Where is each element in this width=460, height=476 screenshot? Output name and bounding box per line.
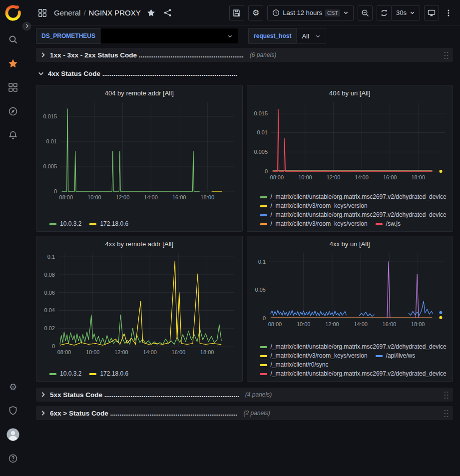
sidebar-item-alerting[interactable] <box>2 124 24 148</box>
sidebar-item-search[interactable] <box>2 28 24 52</box>
svg-text:0.005: 0.005 <box>254 149 268 155</box>
panel-title[interactable]: 4xx by uri [All] <box>251 239 449 250</box>
topbar-actions: ⚙ Last 12 hours CST 30s <box>229 5 454 20</box>
chevron-right-icon <box>40 410 46 416</box>
request-host-variable-label: request_host <box>248 28 296 44</box>
bell-icon <box>8 130 18 142</box>
legend-series-swatch <box>49 373 56 375</box>
tv-mode-button[interactable] <box>424 5 439 20</box>
legend-item[interactable]: /_matrix/client/unstable/org.matrix.msc2… <box>260 211 447 219</box>
timeseries-chart[interactable]: 08:0010:0012:0014:0016:0018:0000.050.1 <box>251 250 449 329</box>
refresh-button[interactable] <box>377 5 392 20</box>
legend-item[interactable]: /_matrix/client/v3/room_keys/version <box>260 202 368 210</box>
svg-text:18:00: 18:00 <box>200 349 214 355</box>
row-header-4xx[interactable]: 4xx Status Code ........................… <box>36 66 453 80</box>
panel-title[interactable]: 404 by remote addr [All] <box>40 88 238 99</box>
row-header-5xx[interactable]: 5xx Status Code ........................… <box>36 388 453 402</box>
svg-text:12:00: 12:00 <box>326 174 340 180</box>
breadcrumb-section[interactable]: General <box>54 8 80 17</box>
gear-icon: ⚙ <box>252 9 259 17</box>
panel-4xx-by-remote-addr: 4xx by remote addr [All] 08:0010:0012:00… <box>36 236 243 382</box>
sidebar-item-dashboards[interactable] <box>2 76 24 100</box>
zoom-out-button[interactable] <box>358 5 373 20</box>
share-button[interactable] <box>161 6 174 19</box>
panel-404-by-uri: 404 by uri [All] 08:0010:0012:0014:0016:… <box>247 85 454 232</box>
legend-series-swatch <box>260 196 267 198</box>
svg-text:14:00: 14:00 <box>143 349 157 355</box>
legend-series-label: /sw.js <box>386 220 401 228</box>
topbar: General / NGINX PROXY ⚙ Last 12 hour <box>26 0 460 26</box>
legend-item[interactable]: /_matrix/client/unstable/org.matrix.msc2… <box>260 370 447 378</box>
svg-text:10:00: 10:00 <box>86 349 100 355</box>
legend-item[interactable]: 172.18.0.6 <box>89 370 128 378</box>
row-drag-handle[interactable] <box>444 409 449 418</box>
sidebar-item-profile[interactable] <box>2 423 24 447</box>
panel-title[interactable]: 4xx by remote addr [All] <box>40 239 238 250</box>
legend-series-label: 10.0.3.2 <box>60 220 81 228</box>
save-dashboard-button[interactable] <box>229 5 244 20</box>
row-header-6xx[interactable]: 6xx > Status Code ......................… <box>36 406 453 420</box>
favorite-star-button[interactable] <box>145 6 157 19</box>
legend-item[interactable]: /_matrix/client/v3/room_keys/version <box>260 352 368 360</box>
timeseries-chart[interactable]: 08:0010:0012:0014:0016:0018:0000.0050.01… <box>40 99 238 202</box>
legend-item[interactable]: /_matrix/client/r0/sync <box>260 361 329 369</box>
chart-legend: 10.0.3.2172.18.0.6 <box>40 219 238 228</box>
row-header-1xx-3xx-2xx[interactable]: 1xx - 3xx - 2xx Status Code ............… <box>36 48 453 62</box>
legend-item[interactable]: /_matrix/client/unstable/org.matrix.msc2… <box>260 343 447 351</box>
chevron-down-icon <box>410 10 415 15</box>
refresh-interval-dropdown[interactable]: 30s <box>392 5 420 20</box>
shield-icon <box>8 406 18 417</box>
svg-text:14:00: 14:00 <box>354 321 368 327</box>
svg-text:0.1: 0.1 <box>258 259 265 265</box>
legend-series-label: /_matrix/client/v3/room_keys/version <box>271 220 368 228</box>
legend-item[interactable]: /_matrix/client/unstable/org.matrix.msc2… <box>260 193 447 201</box>
apps-grid-icon <box>36 6 49 19</box>
svg-text:0: 0 <box>54 188 57 194</box>
chevron-down-icon <box>315 33 321 39</box>
dashboard-settings-button[interactable]: ⚙ <box>248 5 263 20</box>
legend-item[interactable]: 172.18.0.6 <box>89 220 128 228</box>
panel-404-by-remote-addr: 404 by remote addr [All] 08:0010:0012:00… <box>36 85 243 232</box>
request-host-variable-dropdown[interactable]: All <box>296 28 326 44</box>
panel-title[interactable]: 404 by uri [All] <box>251 88 449 99</box>
svg-text:12:00: 12:00 <box>114 349 128 355</box>
sidebar-item-starred[interactable] <box>2 52 24 76</box>
legend-series-label: /_matrix/client/v3/room_keys/version <box>271 202 368 210</box>
svg-text:0.05: 0.05 <box>255 287 265 293</box>
svg-text:08:00: 08:00 <box>57 349 71 355</box>
chevron-right-icon <box>40 392 46 398</box>
search-icon <box>8 34 18 46</box>
sidebar-item-explore[interactable] <box>2 100 24 124</box>
sidebar: ⚙ <box>0 0 26 476</box>
svg-text:0.015: 0.015 <box>254 110 268 116</box>
kebab-icon <box>445 9 452 17</box>
legend-series-swatch <box>89 223 96 225</box>
svg-text:0.015: 0.015 <box>43 113 57 119</box>
request-host-variable: request_host All <box>248 28 326 44</box>
sidebar-item-help[interactable] <box>2 447 24 471</box>
grafana-logo[interactable] <box>3 4 22 23</box>
datasource-variable-dropdown[interactable] <box>100 28 238 44</box>
sidebar-item-configuration[interactable]: ⚙ <box>2 375 24 399</box>
kebab-menu-button[interactable] <box>443 7 454 19</box>
legend-item[interactable]: /_matrix/client/v3/room_keys/version <box>260 220 368 228</box>
legend-item[interactable]: /sw.js <box>376 220 401 228</box>
datasource-variable: DS_PROMETHEUS <box>36 28 238 44</box>
legend-series-label: 10.0.3.2 <box>60 370 81 378</box>
sidebar-item-server-admin[interactable] <box>2 399 24 423</box>
timeseries-chart[interactable]: 08:0010:0012:0014:0016:0018:0000.0050.01… <box>251 99 449 182</box>
legend-item[interactable]: 10.0.3.2 <box>49 220 81 228</box>
sidebar-expand-button[interactable] <box>22 22 31 30</box>
legend-item[interactable]: /api/live/ws <box>376 352 416 360</box>
timeseries-chart[interactable]: 08:0010:0012:0014:0016:0018:0000.020.040… <box>40 250 238 357</box>
svg-text:14:00: 14:00 <box>144 194 158 200</box>
legend-series-swatch <box>260 214 267 216</box>
svg-text:10:00: 10:00 <box>87 194 101 200</box>
svg-text:08:00: 08:00 <box>268 321 282 327</box>
legend-item[interactable]: 10.0.3.2 <box>49 370 81 378</box>
row-drag-handle[interactable] <box>444 50 449 59</box>
star-icon <box>8 58 18 70</box>
row-drag-handle[interactable] <box>444 390 449 399</box>
time-range-picker[interactable]: Last 12 hours CST <box>267 5 354 20</box>
legend-series-label: /_matrix/client/v3/room_keys/version <box>271 352 368 360</box>
